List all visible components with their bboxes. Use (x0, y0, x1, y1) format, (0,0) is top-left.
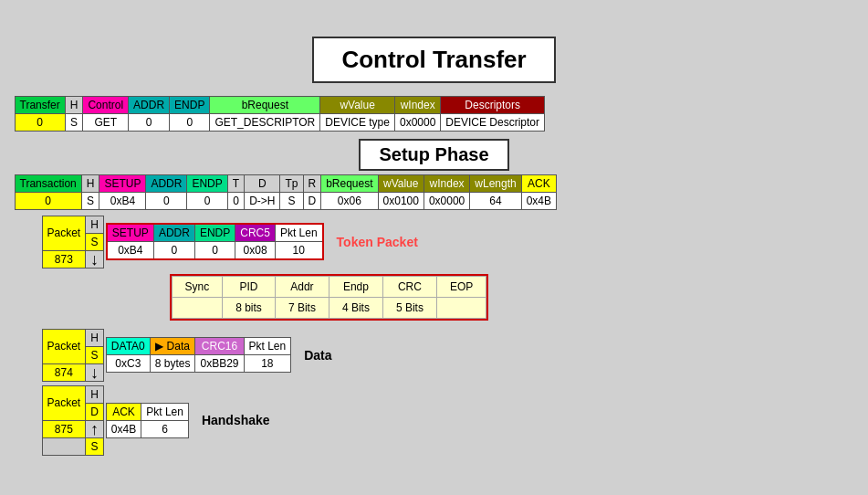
eop-header: EOP (436, 276, 486, 297)
control-header: Control (83, 96, 129, 113)
data-pktlen-header: Pkt Len (244, 338, 291, 355)
s-cell-875c: S (86, 437, 104, 455)
handshake-packet-row: Packet H D 875 ↑ S (42, 385, 854, 456)
tp-header: Tp (280, 174, 303, 192)
endp-header: ENDP (170, 96, 210, 113)
main-title: Control Transfer (312, 37, 555, 83)
wlength-val: 64 (470, 192, 521, 209)
hs-pktlen-val: 6 (141, 420, 189, 437)
addr-val: 0 (129, 113, 170, 131)
transaction-table-wrap: Transaction H SETUP ADDR ENDP T D Tp R b… (15, 174, 854, 210)
setup-val-873: 0xB4 (107, 242, 154, 260)
addr-detail-val: 7 Bits (275, 297, 329, 318)
control-val: GET (83, 113, 129, 131)
txn-h-header: H (81, 174, 99, 192)
s-cell-874: S (86, 346, 104, 363)
txn-windex-header: wIndex (424, 174, 469, 192)
brequest-header: bRequest (210, 96, 320, 113)
txn-addr-header: ADDR (146, 174, 187, 192)
title-row: Control Transfer (15, 37, 854, 90)
endp-val-873: 0 (194, 242, 235, 260)
h-cell-875: H (86, 385, 104, 403)
arrow-down-874: ↓ (90, 364, 99, 381)
ack-val: 0x4B (521, 192, 556, 209)
data-pktlen-val: 18 (244, 355, 291, 373)
handshake-packet-table: ACK Pkt Len 0x4B 6 (106, 403, 189, 438)
txn-setup-val: 0xB4 (99, 192, 146, 209)
packet-num-875: 875 (42, 420, 86, 437)
transfer-val: 0 (15, 113, 65, 131)
ack-hs-header: ACK (106, 403, 141, 420)
wvalue-val: DEVICE type (320, 113, 395, 131)
eop-val (436, 297, 486, 318)
t-header: T (227, 174, 244, 192)
desc-val: DEVICE Descriptor (441, 113, 545, 131)
packet-box-873: Packet H S 873 ↓ (42, 216, 104, 269)
txn-wvalue-header: wValue (378, 174, 424, 192)
d-cell-875: D (86, 403, 104, 420)
packet-label-875: Packet (42, 385, 86, 420)
packet-box-874: Packet H S 874 ↓ (42, 329, 104, 382)
data-packet-row: Packet H S 874 ↓ (42, 329, 854, 382)
main-container: Control Transfer Transfer H Control ADDR… (15, 37, 854, 459)
txn-windex-val: 0x0000 (424, 192, 469, 209)
windex-val: 0x0000 (394, 113, 440, 131)
packet-box-875: Packet H D 875 ↑ S (42, 385, 104, 456)
crc5-col-header: CRC5 (235, 224, 276, 242)
sync-header: Sync (172, 276, 223, 297)
d-header: D (245, 174, 280, 192)
packet-num-873: 873 (42, 250, 86, 268)
setup-header: SETUP (99, 174, 146, 192)
crc16-val: 0xBB29 (195, 355, 244, 373)
pid-val: 8 bits (223, 297, 276, 318)
pktlen-val-873: 10 (275, 242, 322, 260)
token-detail-table-wrap: Sync PID Addr Endp CRC EOP 8 bits 7 Bit (170, 274, 489, 321)
data-header: ▶ Data (150, 338, 195, 355)
txn-endp-val: 0 (187, 192, 227, 209)
token-detail-table: Sync PID Addr Endp CRC EOP 8 bits 7 Bit (172, 276, 487, 319)
transfer-header: Transfer (15, 96, 65, 113)
windex-header: wIndex (394, 96, 440, 113)
h-cell-873: H (86, 216, 104, 233)
setup-phase-title-row: Setup Phase (15, 139, 854, 171)
crc-detail-val: 5 Bits (382, 297, 436, 318)
arrow-cell-873: ↓ (86, 250, 104, 268)
token-detail-wrap: Sync PID Addr Endp CRC EOP 8 bits 7 Bit (170, 272, 854, 323)
ack-hs-val: 0x4B (106, 420, 141, 437)
handshake-label: Handshake (202, 413, 270, 427)
d-val: D->H (245, 192, 280, 209)
wvalue-header: wValue (320, 96, 395, 113)
r-val: D (303, 192, 321, 209)
token-packet-row: Packet H S 873 ↓ (42, 216, 854, 269)
hs-pktlen-header: Pkt Len (141, 403, 189, 420)
token-packet-label: Token Packet (337, 235, 418, 249)
txn-addr-val: 0 (146, 192, 187, 209)
txn-wvalue-val: 0x0100 (378, 192, 424, 209)
packet-label-874: Packet (42, 329, 86, 363)
arrow-up-875: ↑ (90, 421, 99, 437)
transfer-table: Transfer H Control ADDR ENDP bRequest wV… (15, 96, 546, 132)
endp-detail-val: 4 Bits (329, 297, 382, 318)
addr-detail-header: Addr (275, 276, 329, 297)
arrow-cell-874: ↓ (86, 363, 104, 381)
crc-detail-header: CRC (382, 276, 436, 297)
addr-header: ADDR (129, 96, 170, 113)
sync-val (172, 297, 223, 318)
r-header: R (303, 174, 321, 192)
s-cell-873: S (86, 233, 104, 250)
crc5-val-873: 0x08 (235, 242, 276, 260)
data-val: 8 bytes (150, 355, 195, 373)
txn-header: Transaction (15, 174, 81, 192)
pktlen-col-header: Pkt Len (275, 224, 322, 242)
data0-val: 0xC3 (106, 355, 150, 373)
endp-val: 0 (170, 113, 210, 131)
addr-val-873: 0 (153, 242, 194, 260)
wlength-header: wLength (470, 174, 521, 192)
endp-detail-header: Endp (329, 276, 382, 297)
descriptors-header: Descriptors (441, 96, 545, 113)
arrow-cell-875: ↑ (86, 420, 104, 437)
tp-val: S (280, 192, 303, 209)
endp-col-header: ENDP (194, 224, 235, 242)
s-val: S (65, 113, 83, 131)
transaction-table: Transaction H SETUP ADDR ENDP T D Tp R b… (15, 174, 558, 210)
